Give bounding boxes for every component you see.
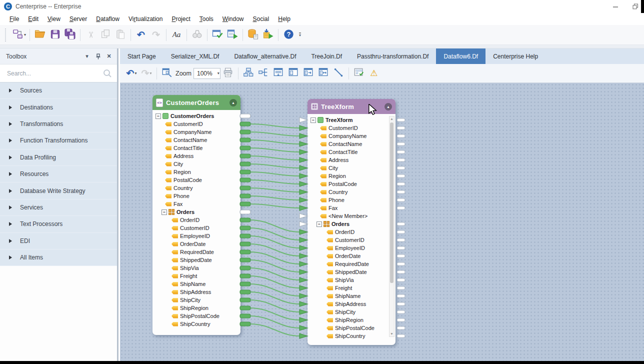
tree-field-shippostalcode[interactable]: ShipPostalCode [308, 324, 396, 332]
toolbox-category-data-profiling[interactable]: Data Profiling [0, 150, 117, 166]
save-button[interactable] [48, 28, 62, 42]
undo-button[interactable]: ↶ [134, 28, 148, 42]
menu-virtualization[interactable]: Virtualization [124, 14, 168, 24]
font-button[interactable]: Aa [169, 28, 184, 42]
menu-view[interactable]: View [43, 14, 65, 24]
tree-field-orderdate[interactable]: OrderDate [152, 240, 240, 248]
menu-edit[interactable]: Edit [24, 14, 43, 24]
menu-window[interactable]: Window [218, 14, 248, 24]
tab-dataflow6-df[interactable]: Dataflow6.Df [436, 48, 486, 64]
undo-button[interactable]: ↶▾ [124, 66, 139, 81]
node-header-customer-orders[interactable]: <>CustomerOrders▲ [152, 95, 240, 110]
layout-list-button[interactable] [271, 66, 286, 81]
zoom-level-combo[interactable]: 100%▾ [194, 68, 220, 79]
tree-field-shipregion[interactable]: ShipRegion [308, 316, 396, 324]
print-button[interactable] [220, 66, 236, 81]
restore-button[interactable] [632, 3, 639, 10]
menu-social[interactable]: Social [248, 14, 274, 24]
tree-field-customerid[interactable]: CustomerID [308, 236, 396, 244]
pin-icon[interactable] [94, 52, 102, 60]
scroll-thumb[interactable] [390, 122, 394, 283]
toolbox-category-database-write-strategy[interactable]: Database Write Strategy [0, 182, 117, 199]
tree-field-companyname[interactable]: CompanyName [152, 128, 240, 136]
toolbox-category-edi[interactable]: EDI [0, 233, 117, 250]
tree-field-city[interactable]: City [152, 160, 240, 168]
toolbox-category-all-items[interactable]: All Items [0, 250, 117, 266]
toolbox-category-resources[interactable]: Resources [0, 166, 117, 182]
expand-pane-button[interactable] [286, 66, 301, 81]
tree-field-requireddate[interactable]: RequiredDate [308, 260, 396, 268]
tree-field-shipaddress[interactable]: ShipAddress [152, 288, 240, 296]
layout-tree-button[interactable] [256, 66, 271, 81]
collapse-node-button[interactable]: ▲ [384, 103, 392, 110]
node-treexform[interactable]: TreeXform▲−TreeXformCustomerIDCompanyNam… [308, 99, 396, 345]
new-dataflow-button[interactable]: ▾ [11, 28, 27, 42]
tab-centerprise-help[interactable]: Centerprise Help [486, 48, 546, 64]
toolbox-category-text-processors[interactable]: Text Processors [0, 216, 117, 232]
tab-start-page[interactable]: Start Page [120, 48, 164, 64]
expand-both-button[interactable] [316, 66, 331, 81]
menu-tools[interactable]: Tools [195, 14, 218, 24]
tab-treejoin-df[interactable]: TreeJoin.Df [304, 48, 350, 64]
run-package-button[interactable] [260, 28, 276, 42]
tree-field-orderdate[interactable]: OrderDate [308, 252, 396, 260]
tree-collection-orders[interactable]: −Orders [152, 208, 240, 216]
save-all-button[interactable] [62, 28, 78, 42]
scroll-up-icon[interactable]: ▲ [390, 116, 394, 122]
preview-data-button[interactable]: 0103110 [352, 66, 366, 81]
tree-field-country[interactable]: Country [152, 184, 240, 192]
tree-field-requireddate[interactable]: RequiredDate [152, 248, 240, 256]
node-scrollbar[interactable]: ▲▼ [389, 116, 394, 337]
tab-dataflow-alternative-df[interactable]: Dataflow_alternative.Df [226, 48, 304, 64]
tree-field-orderid[interactable]: OrderID [308, 228, 396, 236]
tree-field-shipcity[interactable]: ShipCity [152, 296, 240, 304]
verify-window-button[interactable] [210, 28, 225, 42]
dataflow-canvas[interactable]: <>CustomerOrders▲−CustomerOrdersCustomer… [120, 83, 644, 361]
tree-field-contactname[interactable]: ContactName [152, 136, 240, 144]
tree-field-contacttitle[interactable]: ContactTitle [152, 144, 240, 152]
tree-field-shippostalcode[interactable]: ShipPostalCode [152, 312, 240, 320]
tree-field-address[interactable]: Address [308, 156, 396, 164]
toolbox-category-transformations[interactable]: Transformations [0, 116, 117, 132]
zoom-fit-button[interactable] [160, 66, 174, 81]
tree-field-shipcountry[interactable]: ShipCountry [152, 320, 240, 328]
tree-field-country[interactable]: Country [308, 188, 396, 196]
node-header-treexform[interactable]: TreeXform▲ [308, 99, 396, 114]
collapse-minus-icon[interactable]: − [310, 118, 316, 123]
scroll-down-icon[interactable]: ▼ [390, 332, 394, 336]
link-line-button[interactable] [331, 66, 346, 81]
tree-field-newmember[interactable]: <New Member> [308, 212, 396, 220]
tree-field-employeeid[interactable]: EmployeeID [152, 232, 240, 240]
tree-field-customerid[interactable]: CustomerID [152, 120, 240, 128]
tree-field-region[interactable]: Region [152, 168, 240, 176]
minimize-button[interactable] [612, 3, 619, 10]
toolbox-category-sources[interactable]: Sources [0, 82, 117, 99]
menu-project[interactable]: Project [167, 14, 194, 24]
tree-field-shipaddress[interactable]: ShipAddress [308, 300, 396, 308]
tree-field-postalcode[interactable]: PostalCode [308, 180, 396, 188]
collapse-minus-icon[interactable]: − [156, 114, 161, 119]
open-file-button[interactable] [32, 28, 48, 42]
collapse-node-button[interactable]: ▲ [230, 99, 237, 106]
tree-field-orderid[interactable]: OrderID [152, 216, 240, 224]
tree-field-employeeid[interactable]: EmployeeID [308, 244, 396, 252]
tab-serializer-xml-df[interactable]: Serializer_XML.Df [164, 48, 227, 64]
tree-field-shipvia[interactable]: ShipVia [308, 276, 396, 284]
tree-field-shipvia[interactable]: ShipVia [152, 264, 240, 272]
tree-field-fax[interactable]: Fax [152, 200, 240, 208]
tree-field-shipcity[interactable]: ShipCity [308, 308, 396, 316]
tree-field-postalcode[interactable]: PostalCode [152, 176, 240, 184]
tree-field-shippeddate[interactable]: ShippedDate [308, 268, 396, 276]
menu-help[interactable]: Help [274, 14, 295, 24]
tree-field-contacttitle[interactable]: ContactTitle [308, 148, 396, 156]
tree-field-shipregion[interactable]: ShipRegion [152, 304, 240, 312]
toolbar-grip[interactable] [5, 28, 7, 42]
tree-field-address[interactable]: Address [152, 152, 240, 160]
menu-dataflow[interactable]: Dataflow [92, 14, 124, 24]
help-button[interactable]: ? [281, 28, 296, 42]
warning-button[interactable]: ⚠ [366, 66, 382, 81]
tree-field-shipcountry[interactable]: ShipCountry [308, 332, 396, 340]
chevron-down-icon[interactable]: ▾ [83, 52, 91, 60]
tree-field-customerid[interactable]: CustomerID [152, 224, 240, 232]
tree-field-shipname[interactable]: ShipName [152, 280, 240, 288]
